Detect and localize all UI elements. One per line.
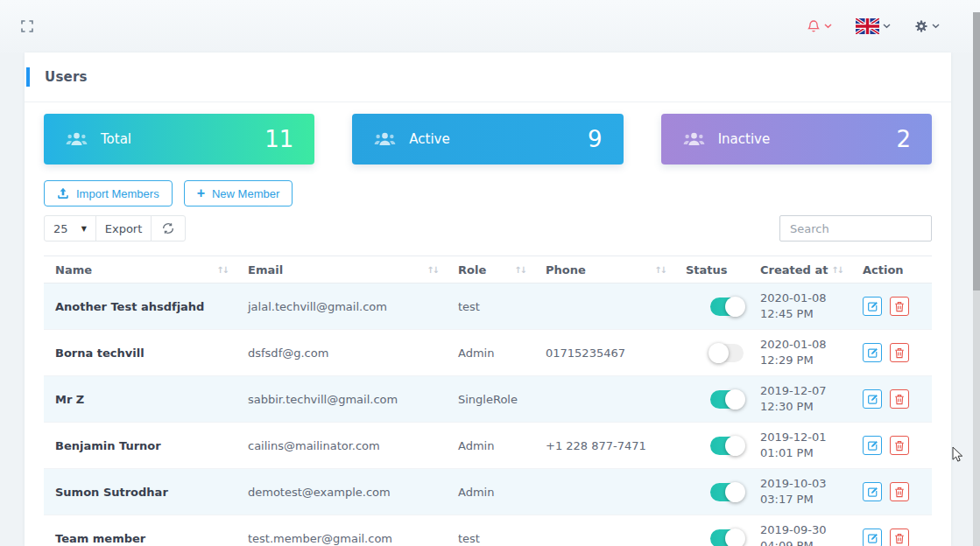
status-toggle[interactable] [710,529,744,546]
user-phone-cell [534,515,674,546]
refresh-icon [162,222,174,234]
edit-icon [867,347,878,359]
edit-user-button[interactable] [863,297,882,316]
user-status-cell [674,515,749,546]
user-action-cell [851,423,932,469]
table-row: Benjamin Turnor cailins@mailinator.com A… [44,423,932,469]
page-size-select[interactable]: 25 ▼ [44,215,96,242]
user-role-cell: Admin [447,469,534,515]
gear-icon [914,19,928,33]
toggle-knob [725,389,745,410]
user-created-cell: 2019-12-0712:30 PM [749,376,851,423]
topbar [0,0,980,52]
user-name-cell: Mr Z [44,376,236,423]
user-role-cell: Admin [447,330,534,376]
status-toggle[interactable] [710,390,744,409]
user-phone-cell [534,376,674,423]
column-header-role[interactable]: Role↑↓ [447,256,534,284]
user-status-cell [674,330,749,376]
table-row: Another Test ahsdfjahd jalal.techvill@gm… [44,284,932,330]
bell-icon [807,19,821,33]
scrollbar-thumb[interactable] [973,12,980,290]
status-toggle[interactable] [710,437,744,455]
edit-icon [867,533,878,544]
user-created-cell: 2019-12-0101:01 PM [749,423,851,469]
stat-value: 2 [896,126,911,152]
import-members-button[interactable]: Import Members [44,180,173,206]
table-row: Team member test.member@gmail.com test 2… [44,515,932,546]
notifications-menu[interactable] [807,19,832,33]
user-phone-cell: 01715235467 [534,330,674,376]
column-header-email[interactable]: Email↑↓ [236,256,447,284]
user-email-cell: jalal.techvill@gmail.com [236,284,447,330]
column-header-status: Status [674,256,749,284]
uk-flag-icon [856,18,879,34]
column-header-action: Action [851,256,932,284]
column-header-phone[interactable]: Phone↑↓ [534,256,674,284]
user-action-cell [851,376,932,423]
upload-icon [57,187,69,200]
table-toolbar: 25 ▼ Export [44,215,186,242]
edit-user-button[interactable] [863,436,882,455]
export-button[interactable]: Export [95,215,152,242]
stat-card-total: Total 11 [44,114,314,164]
page-header: Users [25,52,951,102]
user-action-cell [851,469,932,515]
user-role-cell: test [447,515,534,546]
edit-user-button[interactable] [863,482,882,501]
users-group-icon [373,132,397,147]
sort-icon: ↑↓ [216,265,228,275]
user-created-cell: 2020-01-0812:45 PM [749,284,851,330]
search-input[interactable] [779,215,932,242]
edit-icon [867,301,878,312]
user-action-cell [851,330,932,376]
fullscreen-toggle-button[interactable] [21,20,33,32]
table-body: Another Test ahsdfjahd jalal.techvill@gm… [44,284,932,546]
edit-user-button[interactable] [863,528,882,546]
trash-icon [894,394,905,405]
user-phone-cell [534,469,674,515]
edit-user-button[interactable] [863,389,882,409]
user-action-cell [851,284,932,330]
delete-user-button[interactable] [890,436,909,455]
user-action-cell [851,515,932,546]
select-caret-icon: ▼ [81,225,87,233]
stat-value: 9 [588,126,603,152]
users-table: Name↑↓ Email↑↓ Role↑↓ Phone↑↓ Status Cre… [44,256,932,546]
column-header-name[interactable]: Name↑↓ [44,256,236,284]
status-toggle[interactable] [710,298,744,316]
edit-user-button[interactable] [863,343,882,362]
refresh-button[interactable] [151,215,186,242]
table-row: Sumon Sutrodhar demotest@example.com Adm… [44,469,932,515]
user-phone-cell [534,284,674,330]
user-email-cell: dsfsdf@g.com [236,330,447,376]
status-toggle[interactable] [710,483,744,501]
settings-menu[interactable] [914,19,940,33]
toggle-knob [725,528,745,546]
user-name-cell: Sumon Sutrodhar [44,469,236,515]
title-accent-bar [26,67,30,87]
sort-icon: ↑↓ [654,265,666,275]
users-panel: Users Total 11 [25,52,951,546]
user-name-cell: Another Test ahsdfjahd [44,284,236,330]
delete-user-button[interactable] [890,343,909,362]
sort-icon: ↑↓ [514,265,525,275]
status-toggle[interactable] [710,344,744,362]
user-status-cell [674,284,749,330]
user-name-cell: Borna techvill [44,330,236,376]
stat-card-active: Active 9 [352,114,623,164]
delete-user-button[interactable] [890,528,909,546]
delete-user-button[interactable] [890,482,909,501]
stats-row: Total 11 Active 9 [44,114,932,164]
user-role-cell: test [447,284,534,330]
delete-user-button[interactable] [890,297,909,316]
user-email-cell: cailins@mailinator.com [236,423,447,469]
new-member-button[interactable]: + New Member [184,180,293,206]
user-name-cell: Benjamin Turnor [44,423,236,469]
delete-user-button[interactable] [890,389,909,409]
user-created-cell: 2019-09-3004:09 PM [749,515,851,546]
toggle-knob [709,343,729,363]
column-header-created[interactable]: Created at↑↓ [749,256,851,284]
stat-label: Inactive [718,131,771,147]
language-menu[interactable] [856,18,891,34]
